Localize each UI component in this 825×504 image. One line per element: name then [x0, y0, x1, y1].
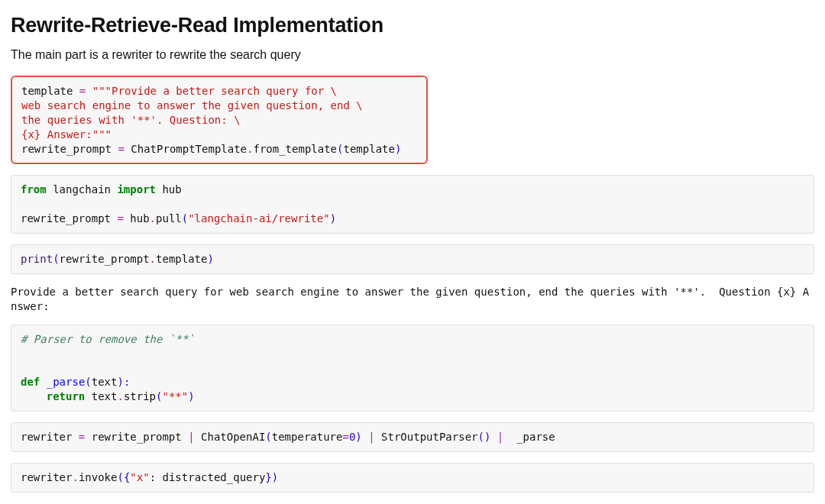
code-token: def — [21, 376, 40, 388]
code-token: ) — [330, 212, 336, 225]
code-token: . — [72, 471, 78, 483]
code-token: import — [117, 183, 156, 195]
code-block-rewriter-invoke: rewriter.invoke({"x": distracted_query}) — [11, 463, 814, 493]
code-token: _parse — [47, 376, 86, 388]
code-token: ) — [207, 253, 213, 265]
code-token: rewrite_prompt — [21, 143, 118, 155]
code-token: from_template — [253, 143, 337, 155]
code-token: ): — [117, 376, 130, 388]
code-token: : — [150, 471, 163, 483]
code-token: hub — [156, 183, 182, 195]
code-token: . — [150, 212, 156, 225]
code-block-parser-def: # Parser to remove the `**` def _parse(t… — [11, 325, 814, 412]
code-token: ( — [478, 431, 484, 443]
code-token: strip — [124, 390, 156, 402]
code-token: rewriter — [21, 471, 72, 483]
code-token: template — [343, 143, 394, 155]
code-token — [362, 431, 368, 443]
code-token: """Provide a better search query for \ — [92, 85, 337, 97]
code-token: = — [117, 212, 123, 225]
code-token: | — [368, 431, 374, 443]
code-token: text — [92, 376, 118, 388]
code-token: ) — [355, 431, 361, 443]
code-token: # Parser to remove the `**` — [21, 333, 195, 345]
code-token: rewriter — [21, 431, 79, 443]
code-token: rewrite_prompt — [21, 212, 117, 225]
code-token: the queries with '**'. Question: \ — [21, 114, 241, 126]
code-token: ( — [182, 212, 188, 225]
code-token: "langchain-ai/rewrite" — [188, 212, 329, 225]
code-token: template — [156, 253, 207, 265]
code-token: ) — [395, 143, 401, 155]
code-token — [86, 85, 92, 97]
code-token: ) — [188, 390, 194, 402]
code-block-template-definition: template = """Provide a better search qu… — [11, 76, 428, 164]
code-token: ( — [85, 376, 91, 388]
code-token: "**" — [162, 390, 188, 402]
code-token: ChatOpenAI — [195, 431, 266, 443]
code-token: ChatPromptTemplate — [125, 143, 247, 155]
code-token — [21, 390, 47, 402]
page-title: Rewrite-Retrieve-Read Implementation — [11, 14, 814, 37]
code-token: rewrite_prompt — [85, 431, 188, 443]
code-token: ( — [117, 471, 123, 483]
code-token: invoke — [79, 471, 118, 483]
code-token: temperature — [272, 431, 343, 443]
code-token: } — [265, 471, 271, 483]
code-token: ( — [53, 253, 59, 265]
code-token: {x} Answer:""" — [21, 128, 112, 141]
code-token: text — [85, 390, 117, 402]
output-text: Provide a better search query for web se… — [11, 285, 814, 314]
code-token: rewrite_prompt — [60, 253, 150, 265]
code-token: | — [188, 431, 194, 443]
code-token: "x" — [130, 471, 149, 483]
code-token: hub — [124, 212, 150, 225]
code-token — [490, 431, 497, 443]
code-token: . — [117, 390, 123, 402]
code-block-print-template: print(rewrite_prompt.template) — [11, 244, 814, 274]
code-block-rewriter-chain: rewriter = rewrite_prompt | ChatOpenAI(t… — [11, 422, 814, 452]
code-token: distracted_query — [162, 471, 265, 483]
code-token: from — [21, 183, 47, 195]
code-token: ( — [265, 431, 271, 443]
code-token — [40, 376, 46, 388]
code-token: ) — [272, 471, 278, 483]
code-token: . — [150, 253, 156, 265]
intro-text: The main part is a rewriter to rewrite t… — [11, 48, 814, 62]
code-block-import-hub: from langchain import hub rewrite_prompt… — [11, 175, 814, 234]
code-token: = — [342, 431, 348, 443]
code-token: = — [118, 143, 124, 155]
code-token: | — [497, 431, 503, 443]
code-token: return — [47, 390, 86, 402]
code-token: StrOutputParser — [375, 431, 478, 443]
code-token: langchain — [47, 183, 118, 195]
code-token: pull — [156, 212, 182, 225]
code-token: web search engine to answer the given qu… — [21, 99, 363, 111]
code-token: print — [21, 253, 53, 265]
code-token: template — [21, 85, 79, 97]
code-token: _parse — [503, 431, 555, 443]
